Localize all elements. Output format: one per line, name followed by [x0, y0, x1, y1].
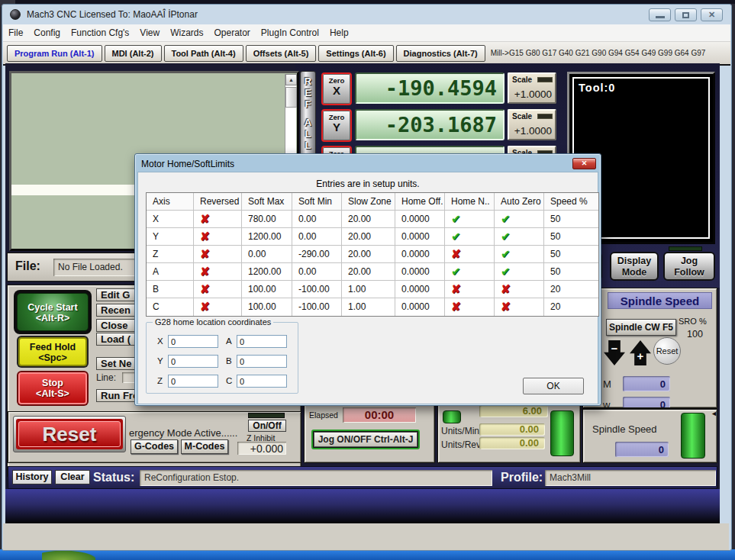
cell[interactable]: 20: [544, 298, 598, 316]
g28-c-input[interactable]: [237, 375, 287, 388]
cell[interactable]: X: [147, 211, 194, 228]
cell[interactable]: 1.00: [342, 281, 395, 298]
tab-mdi-alt-2-[interactable]: MDI (Alt-2): [105, 45, 162, 62]
cell[interactable]: 20.00: [342, 263, 395, 281]
cell[interactable]: 0.0000: [395, 228, 445, 246]
cell[interactable]: ✘: [445, 298, 495, 316]
cell[interactable]: 0.00: [292, 263, 342, 281]
cell[interactable]: C: [147, 298, 194, 316]
cell[interactable]: 50: [544, 211, 598, 228]
cell[interactable]: ✘: [194, 228, 242, 246]
zero-x-button[interactable]: ZeroX: [321, 72, 352, 105]
cell[interactable]: ✔: [495, 246, 544, 263]
cell[interactable]: ✘: [194, 263, 242, 281]
menu-item-config[interactable]: Config: [34, 27, 60, 38]
table-row[interactable]: A✘1200.000.0020.000.0000✔✔50: [147, 263, 598, 281]
cell[interactable]: ✘: [495, 281, 544, 298]
history-button[interactable]: History: [12, 470, 52, 484]
cell[interactable]: ✔: [495, 263, 544, 281]
cell[interactable]: ✔: [445, 263, 495, 281]
cell[interactable]: B: [147, 281, 194, 298]
spindle-cw-button[interactable]: Spindle CW F5: [606, 319, 676, 336]
feedrate-slider[interactable]: [550, 410, 574, 456]
cell[interactable]: ✘: [495, 298, 544, 316]
cell[interactable]: ✔: [495, 211, 544, 228]
cell[interactable]: ✘: [445, 281, 495, 298]
cell[interactable]: ✘: [194, 211, 242, 228]
cell[interactable]: 100.00: [242, 281, 292, 298]
menu-item-file[interactable]: File: [8, 27, 23, 38]
scrollbar-thumb[interactable]: [285, 87, 297, 108]
menu-item-function-cfg-s[interactable]: Function Cfg's: [71, 27, 129, 38]
cell[interactable]: ✘: [194, 281, 242, 298]
cycle-start-button[interactable]: Cycle Start<Alt-R>: [17, 293, 89, 331]
cell[interactable]: ✔: [445, 228, 495, 246]
cell[interactable]: -100.00: [292, 281, 342, 298]
cell[interactable]: 50: [544, 246, 598, 263]
ok-button[interactable]: OK: [523, 378, 584, 394]
menu-item-plugin-control[interactable]: PlugIn Control: [261, 27, 319, 38]
tab-tool-path-alt-4-[interactable]: Tool Path (Alt-4): [164, 45, 243, 62]
reset-button[interactable]: Reset: [18, 421, 121, 447]
cell[interactable]: 0.0000: [395, 211, 445, 228]
dialog-close-icon[interactable]: ✕: [572, 158, 596, 169]
clear-button[interactable]: Clear: [55, 470, 90, 484]
cell[interactable]: 100.00: [242, 298, 292, 316]
cell[interactable]: 780.00: [242, 211, 292, 228]
cell[interactable]: 1200.00: [242, 263, 292, 281]
cell[interactable]: ✔: [445, 211, 495, 228]
table-row[interactable]: Z✘0.00-290.0020.000.0000✘✔50: [147, 246, 598, 263]
g28-x-input[interactable]: [168, 335, 218, 348]
cell[interactable]: 0.00: [292, 228, 342, 246]
cell[interactable]: 0.00: [242, 246, 292, 263]
spindle-increase-icon[interactable]: +: [630, 340, 651, 365]
tab-offsets-alt-5-[interactable]: Offsets (Alt-5): [246, 45, 317, 62]
scale-y-box[interactable]: Scale+1.0000: [508, 109, 556, 140]
z-inhibit-onoff-button[interactable]: On/Off: [248, 420, 286, 432]
g28-z-input[interactable]: [168, 375, 218, 388]
splitter-handle-icon[interactable]: ◄: [711, 410, 717, 417]
cell[interactable]: ✘: [194, 298, 242, 316]
cell[interactable]: 1.00: [342, 298, 395, 316]
cell[interactable]: Z: [147, 246, 194, 263]
menu-item-view[interactable]: View: [140, 27, 160, 38]
cell[interactable]: 0.0000: [395, 281, 445, 298]
g28-y-input[interactable]: [168, 355, 218, 368]
soft-limits-table[interactable]: AxisReversedSoft MaxSoft MinSlow ZoneHom…: [146, 192, 599, 317]
cell[interactable]: 20.00: [342, 211, 395, 228]
jog-follow-button[interactable]: JogFollow: [663, 252, 715, 281]
cell[interactable]: ✘: [445, 246, 495, 263]
menu-item-wizards[interactable]: Wizards: [170, 27, 203, 38]
sro-reset-button[interactable]: Reset: [653, 337, 681, 365]
cell[interactable]: 1200.00: [242, 228, 292, 246]
spindle-decrease-icon[interactable]: −: [604, 340, 625, 365]
cell[interactable]: A: [147, 263, 194, 281]
scale-x-box[interactable]: Scale+1.0000: [508, 72, 556, 104]
display-mode-button[interactable]: DisplayMode: [610, 252, 659, 281]
scroll-up-icon[interactable]: ▲: [285, 74, 297, 85]
stop-button[interactable]: Stop<Alt-S>: [18, 372, 87, 404]
cell[interactable]: 0.0000: [395, 246, 445, 263]
g28-b-input[interactable]: [237, 355, 287, 368]
cell[interactable]: 20.00: [342, 228, 395, 246]
table-row[interactable]: B✘100.00-100.001.000.0000✘✘20: [147, 281, 598, 298]
cell[interactable]: -100.00: [292, 298, 342, 316]
cell[interactable]: 0.00: [292, 211, 342, 228]
menu-item-operator[interactable]: Operator: [214, 27, 250, 38]
zero-y-button[interactable]: ZeroY: [321, 109, 352, 142]
cell[interactable]: 50: [544, 228, 598, 246]
g28-a-input[interactable]: [237, 335, 287, 348]
cell[interactable]: 0.0000: [395, 263, 445, 281]
cell[interactable]: -290.00: [292, 246, 342, 263]
cell[interactable]: 20: [544, 281, 598, 298]
feed-hold-button[interactable]: Feed Hold<Spc>: [18, 337, 87, 366]
spindle-speed-slider[interactable]: [681, 413, 705, 459]
cell[interactable]: 50: [544, 263, 598, 281]
cell[interactable]: 20.00: [342, 246, 395, 263]
tab-settings-alt-6-[interactable]: Settings (Alt-6): [318, 45, 393, 62]
cell[interactable]: 0.0000: [395, 298, 445, 316]
dialog-title-bar[interactable]: Motor Home/SoftLimits ✕: [137, 156, 598, 172]
cell[interactable]: Y: [147, 228, 194, 246]
close-icon[interactable]: ✕: [701, 8, 723, 21]
cell[interactable]: ✘: [194, 246, 242, 263]
